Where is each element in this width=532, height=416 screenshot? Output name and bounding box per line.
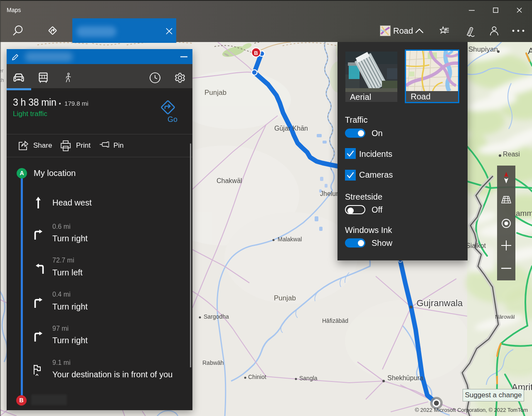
- svg-text:Gūjar Khān: Gūjar Khān: [274, 125, 308, 132]
- svg-text:Sialkot: Sialkot: [466, 242, 486, 249]
- svg-text:Shekhūpura: Shekhūpura: [387, 374, 423, 381]
- svg-text:Punjab: Punjab: [204, 89, 227, 97]
- svg-text:ammu: ammu: [516, 209, 532, 218]
- svg-text:Gujranwala: Gujranwala: [416, 298, 463, 308]
- svg-text:Nārowāl: Nārowāl: [495, 314, 515, 320]
- svg-text:Punjab: Punjab: [274, 294, 296, 302]
- svg-text:Shupiyan: Shupiyan: [468, 45, 498, 53]
- svg-text:Chakwāl: Chakwāl: [217, 177, 242, 184]
- svg-text:Chiniot: Chiniot: [248, 374, 266, 380]
- svg-text:Reasi: Reasi: [503, 151, 520, 158]
- svg-text:A: A: [528, 46, 532, 56]
- svg-text:Rabwāh: Rabwāh: [202, 359, 224, 366]
- svg-text:Hāfizābād: Hāfizābād: [322, 317, 348, 324]
- svg-text:Sangla: Sangla: [299, 375, 318, 381]
- svg-text:B: B: [254, 50, 258, 56]
- svg-text:Malakwal: Malakwal: [278, 236, 302, 243]
- svg-text:Sargodha: Sargodha: [204, 313, 229, 320]
